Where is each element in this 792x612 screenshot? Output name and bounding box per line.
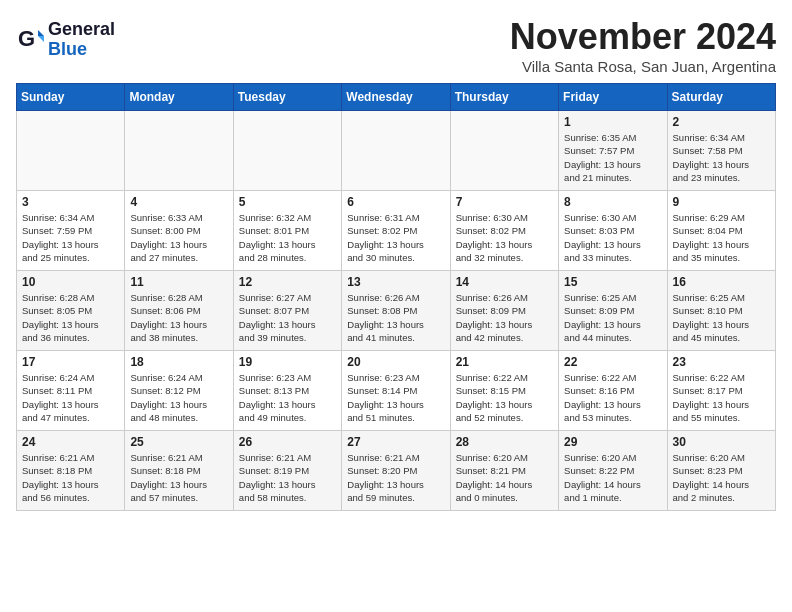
day-number: 14 (456, 275, 553, 289)
calendar-cell: 7Sunrise: 6:30 AMSunset: 8:02 PMDaylight… (450, 191, 558, 271)
day-info: Sunrise: 6:32 AMSunset: 8:01 PMDaylight:… (239, 211, 336, 264)
calendar-cell: 21Sunrise: 6:22 AMSunset: 8:15 PMDayligh… (450, 351, 558, 431)
day-info: Sunrise: 6:26 AMSunset: 8:09 PMDaylight:… (456, 291, 553, 344)
day-number: 6 (347, 195, 444, 209)
day-number: 11 (130, 275, 227, 289)
week-row-3: 10Sunrise: 6:28 AMSunset: 8:05 PMDayligh… (17, 271, 776, 351)
calendar-cell: 17Sunrise: 6:24 AMSunset: 8:11 PMDayligh… (17, 351, 125, 431)
day-info: Sunrise: 6:21 AMSunset: 8:18 PMDaylight:… (130, 451, 227, 504)
week-row-5: 24Sunrise: 6:21 AMSunset: 8:18 PMDayligh… (17, 431, 776, 511)
logo-text-line2: Blue (48, 40, 115, 60)
day-number: 7 (456, 195, 553, 209)
week-row-4: 17Sunrise: 6:24 AMSunset: 8:11 PMDayligh… (17, 351, 776, 431)
calendar-cell: 20Sunrise: 6:23 AMSunset: 8:14 PMDayligh… (342, 351, 450, 431)
calendar-cell: 13Sunrise: 6:26 AMSunset: 8:08 PMDayligh… (342, 271, 450, 351)
day-number: 29 (564, 435, 661, 449)
logo: G General Blue (16, 20, 115, 60)
day-number: 25 (130, 435, 227, 449)
day-number: 26 (239, 435, 336, 449)
day-number: 18 (130, 355, 227, 369)
day-info: Sunrise: 6:34 AMSunset: 7:58 PMDaylight:… (673, 131, 770, 184)
day-number: 28 (456, 435, 553, 449)
day-number: 15 (564, 275, 661, 289)
calendar-cell: 1Sunrise: 6:35 AMSunset: 7:57 PMDaylight… (559, 111, 667, 191)
day-info: Sunrise: 6:27 AMSunset: 8:07 PMDaylight:… (239, 291, 336, 344)
calendar-cell: 8Sunrise: 6:30 AMSunset: 8:03 PMDaylight… (559, 191, 667, 271)
title-block: November 2024 Villa Santa Rosa, San Juan… (510, 16, 776, 75)
calendar-table: SundayMondayTuesdayWednesdayThursdayFrid… (16, 83, 776, 511)
day-number: 17 (22, 355, 119, 369)
header-day-wednesday: Wednesday (342, 84, 450, 111)
day-info: Sunrise: 6:22 AMSunset: 8:16 PMDaylight:… (564, 371, 661, 424)
day-info: Sunrise: 6:25 AMSunset: 8:10 PMDaylight:… (673, 291, 770, 344)
calendar-cell: 14Sunrise: 6:26 AMSunset: 8:09 PMDayligh… (450, 271, 558, 351)
calendar-cell: 27Sunrise: 6:21 AMSunset: 8:20 PMDayligh… (342, 431, 450, 511)
day-info: Sunrise: 6:33 AMSunset: 8:00 PMDaylight:… (130, 211, 227, 264)
day-info: Sunrise: 6:21 AMSunset: 8:20 PMDaylight:… (347, 451, 444, 504)
calendar-cell: 10Sunrise: 6:28 AMSunset: 8:05 PMDayligh… (17, 271, 125, 351)
calendar-cell: 23Sunrise: 6:22 AMSunset: 8:17 PMDayligh… (667, 351, 775, 431)
day-number: 24 (22, 435, 119, 449)
header-day-sunday: Sunday (17, 84, 125, 111)
day-number: 23 (673, 355, 770, 369)
calendar-cell: 15Sunrise: 6:25 AMSunset: 8:09 PMDayligh… (559, 271, 667, 351)
day-info: Sunrise: 6:25 AMSunset: 8:09 PMDaylight:… (564, 291, 661, 344)
day-info: Sunrise: 6:35 AMSunset: 7:57 PMDaylight:… (564, 131, 661, 184)
calendar-cell: 25Sunrise: 6:21 AMSunset: 8:18 PMDayligh… (125, 431, 233, 511)
day-number: 4 (130, 195, 227, 209)
header-day-tuesday: Tuesday (233, 84, 341, 111)
day-number: 27 (347, 435, 444, 449)
calendar-cell: 26Sunrise: 6:21 AMSunset: 8:19 PMDayligh… (233, 431, 341, 511)
day-info: Sunrise: 6:23 AMSunset: 8:14 PMDaylight:… (347, 371, 444, 424)
calendar-cell (233, 111, 341, 191)
day-number: 22 (564, 355, 661, 369)
day-number: 10 (22, 275, 119, 289)
calendar-cell: 11Sunrise: 6:28 AMSunset: 8:06 PMDayligh… (125, 271, 233, 351)
day-number: 20 (347, 355, 444, 369)
day-info: Sunrise: 6:24 AMSunset: 8:11 PMDaylight:… (22, 371, 119, 424)
day-number: 16 (673, 275, 770, 289)
calendar-cell: 3Sunrise: 6:34 AMSunset: 7:59 PMDaylight… (17, 191, 125, 271)
day-info: Sunrise: 6:28 AMSunset: 8:05 PMDaylight:… (22, 291, 119, 344)
day-info: Sunrise: 6:23 AMSunset: 8:13 PMDaylight:… (239, 371, 336, 424)
calendar-cell (450, 111, 558, 191)
calendar-cell (125, 111, 233, 191)
day-number: 3 (22, 195, 119, 209)
calendar-cell: 4Sunrise: 6:33 AMSunset: 8:00 PMDaylight… (125, 191, 233, 271)
page-header: G General Blue November 2024 Villa Santa… (16, 16, 776, 75)
header-day-saturday: Saturday (667, 84, 775, 111)
svg-marker-2 (38, 36, 44, 42)
day-info: Sunrise: 6:28 AMSunset: 8:06 PMDaylight:… (130, 291, 227, 344)
day-number: 13 (347, 275, 444, 289)
week-row-2: 3Sunrise: 6:34 AMSunset: 7:59 PMDaylight… (17, 191, 776, 271)
day-number: 5 (239, 195, 336, 209)
header-day-thursday: Thursday (450, 84, 558, 111)
day-info: Sunrise: 6:24 AMSunset: 8:12 PMDaylight:… (130, 371, 227, 424)
day-number: 9 (673, 195, 770, 209)
svg-marker-1 (38, 30, 44, 36)
calendar-cell: 16Sunrise: 6:25 AMSunset: 8:10 PMDayligh… (667, 271, 775, 351)
header-row: SundayMondayTuesdayWednesdayThursdayFrid… (17, 84, 776, 111)
logo-icon: G (16, 26, 44, 54)
header-day-friday: Friday (559, 84, 667, 111)
calendar-cell: 24Sunrise: 6:21 AMSunset: 8:18 PMDayligh… (17, 431, 125, 511)
calendar-cell: 22Sunrise: 6:22 AMSunset: 8:16 PMDayligh… (559, 351, 667, 431)
day-info: Sunrise: 6:21 AMSunset: 8:19 PMDaylight:… (239, 451, 336, 504)
day-info: Sunrise: 6:26 AMSunset: 8:08 PMDaylight:… (347, 291, 444, 344)
day-info: Sunrise: 6:20 AMSunset: 8:21 PMDaylight:… (456, 451, 553, 504)
day-number: 8 (564, 195, 661, 209)
day-number: 1 (564, 115, 661, 129)
day-info: Sunrise: 6:22 AMSunset: 8:17 PMDaylight:… (673, 371, 770, 424)
logo-text-line1: General (48, 20, 115, 40)
day-number: 21 (456, 355, 553, 369)
week-row-1: 1Sunrise: 6:35 AMSunset: 7:57 PMDaylight… (17, 111, 776, 191)
day-info: Sunrise: 6:22 AMSunset: 8:15 PMDaylight:… (456, 371, 553, 424)
month-title: November 2024 (510, 16, 776, 58)
calendar-cell: 29Sunrise: 6:20 AMSunset: 8:22 PMDayligh… (559, 431, 667, 511)
day-info: Sunrise: 6:31 AMSunset: 8:02 PMDaylight:… (347, 211, 444, 264)
svg-text:G: G (18, 26, 35, 51)
day-number: 19 (239, 355, 336, 369)
calendar-cell: 12Sunrise: 6:27 AMSunset: 8:07 PMDayligh… (233, 271, 341, 351)
calendar-cell: 5Sunrise: 6:32 AMSunset: 8:01 PMDaylight… (233, 191, 341, 271)
day-number: 2 (673, 115, 770, 129)
